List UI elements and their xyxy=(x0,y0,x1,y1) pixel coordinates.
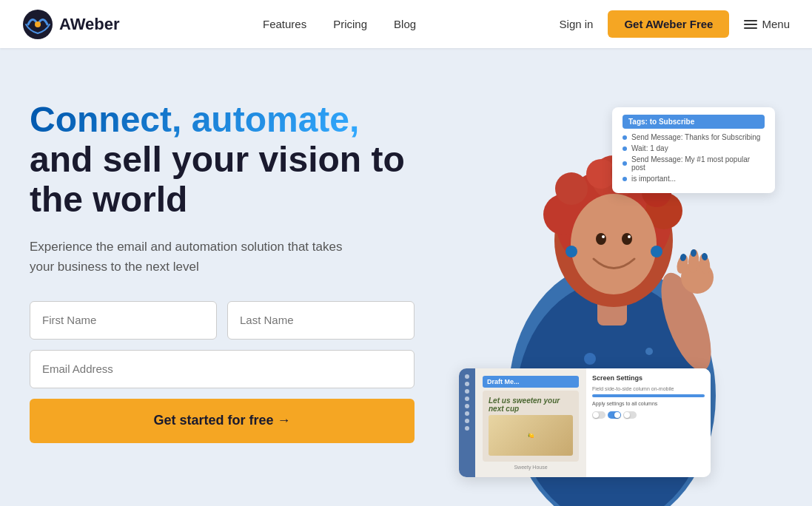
signin-link[interactable]: Sign in xyxy=(560,18,594,30)
row-dot-icon xyxy=(623,135,627,140)
svg-point-20 xyxy=(596,233,606,245)
svg-point-19 xyxy=(571,194,657,294)
aweber-logo-icon xyxy=(22,9,53,40)
row-dot-icon xyxy=(623,146,627,151)
screen-settings-title: Screen Settings xyxy=(592,374,705,382)
toggle-1[interactable] xyxy=(592,411,605,419)
email-preview-headline: Let us sweeten your next cup xyxy=(489,397,573,413)
email-preview-panel: Draft Me... Let us sweeten your next cup… xyxy=(475,368,586,477)
nav-pricing[interactable]: Pricing xyxy=(333,18,367,30)
automation-row-4: is important... xyxy=(623,175,765,183)
email-footer-label: Sweety House xyxy=(483,465,579,470)
hero-illustration: Tags: to Subscribe Send Message: Thanks … xyxy=(415,92,782,506)
headline-part3: the world xyxy=(30,180,187,219)
email-preview-content: Let us sweeten your next cup 🍋 xyxy=(483,391,579,462)
svg-point-7 xyxy=(645,348,653,355)
navbar-links: Features Pricing Blog xyxy=(263,18,416,30)
logo[interactable]: AWeber xyxy=(22,9,120,40)
settings-toggle-row xyxy=(592,411,705,419)
email-image-placeholder: 🍋 xyxy=(528,433,534,439)
email-preview-image: 🍋 xyxy=(489,415,573,456)
sidebar-dot-icon xyxy=(465,389,469,394)
automation-row-3: Send Message: My #1 most popular post xyxy=(623,155,765,172)
headline-highlight: Connect, automate, xyxy=(30,100,359,139)
svg-point-14 xyxy=(555,172,588,205)
toggle-3[interactable] xyxy=(623,411,637,419)
sidebar-dot-icon xyxy=(465,382,469,386)
sidebar-dot-icon xyxy=(465,397,469,401)
nav-features[interactable]: Features xyxy=(263,18,306,30)
hero-left-content: Connect, automate, and sell your vision … xyxy=(30,92,415,443)
email-builder-sidebar xyxy=(459,368,475,477)
email-input[interactable] xyxy=(30,350,415,388)
svg-point-22 xyxy=(602,235,605,238)
logo-text: AWeber xyxy=(59,15,120,34)
navbar-actions: Sign in Get AWeber Free Menu xyxy=(560,10,790,38)
nav-blog[interactable]: Blog xyxy=(394,18,416,30)
menu-button[interactable]: Menu xyxy=(744,18,790,30)
hamburger-icon xyxy=(744,20,757,29)
row-dot-icon xyxy=(623,161,627,166)
automation-row-2: Wait: 1 day xyxy=(623,144,765,152)
svg-point-21 xyxy=(622,233,632,245)
sidebar-dot-icon xyxy=(465,404,469,408)
sidebar-dot-icon xyxy=(465,411,469,416)
field-label-1: Field side-to-side column on-mobile xyxy=(592,386,705,391)
email-draft-label: Draft Me... xyxy=(483,376,579,388)
first-name-input[interactable] xyxy=(30,301,217,340)
settings-row-2: Apply settings to all columns xyxy=(592,401,705,408)
svg-point-4 xyxy=(584,353,596,365)
last-name-input[interactable] xyxy=(227,301,415,340)
email-builder-card: Draft Me... Let us sweeten your next cup… xyxy=(459,368,711,477)
headline-part2: and sell your vision to xyxy=(30,140,405,179)
email-builder-content: Draft Me... Let us sweeten your next cup… xyxy=(475,368,711,477)
svg-point-1 xyxy=(35,21,41,27)
name-fields-row xyxy=(30,301,415,340)
get-started-button[interactable]: Get started for free → xyxy=(30,399,415,443)
hero-subtext: Experience the email and automation solu… xyxy=(30,237,355,277)
svg-point-23 xyxy=(628,235,631,238)
svg-point-24 xyxy=(566,246,577,257)
settings-divider xyxy=(592,394,705,397)
sidebar-dot-icon xyxy=(465,426,469,431)
row-dot-icon xyxy=(623,177,627,181)
apply-label: Apply settings to all columns xyxy=(592,401,705,406)
settings-row-1: Field side-to-side column on-mobile xyxy=(592,386,705,391)
navbar: AWeber Features Pricing Blog Sign in Get… xyxy=(0,0,812,48)
sidebar-dot-icon xyxy=(465,419,469,423)
sidebar-dot-icon xyxy=(465,374,469,379)
automation-row-1: Send Message: Thanks for Subscribing xyxy=(623,133,765,141)
hero-section: Connect, automate, and sell your vision … xyxy=(0,48,812,506)
email-settings-panel: Screen Settings Field side-to-side colum… xyxy=(586,368,711,477)
svg-point-25 xyxy=(651,246,662,257)
toggle-2[interactable] xyxy=(608,411,621,419)
automation-ui-card: Tags: to Subscribe Send Message: Thanks … xyxy=(612,107,775,193)
hero-headline: Connect, automate, and sell your vision … xyxy=(30,100,415,219)
subscribe-tag-bar: Tags: to Subscribe xyxy=(623,115,765,129)
get-aweber-free-button[interactable]: Get AWeber Free xyxy=(608,10,729,38)
